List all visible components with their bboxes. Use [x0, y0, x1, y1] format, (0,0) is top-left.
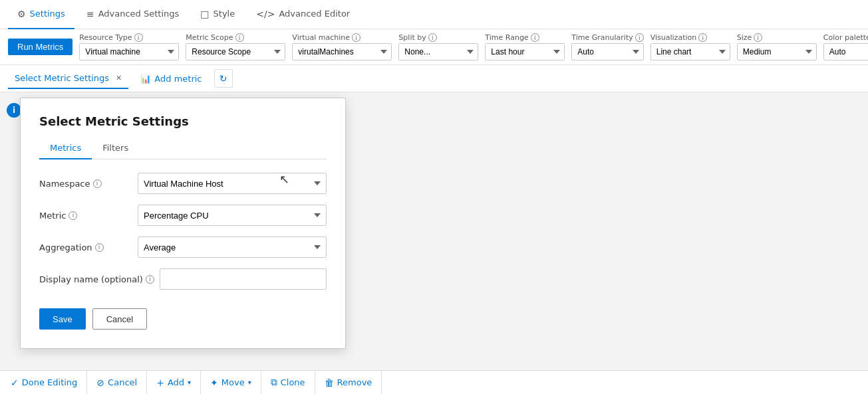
size-group: Size i Medium — [737, 33, 817, 60]
tab-advanced-editor[interactable]: </> Advanced Editor — [247, 0, 359, 29]
visualization-info-icon[interactable]: i — [698, 33, 707, 42]
clone-action[interactable]: ⧉ Clone — [261, 371, 315, 395]
color-palette-label: Color palette i — [823, 33, 868, 42]
resource-type-select[interactable]: Virtual machine — [79, 43, 179, 60]
time-range-info-icon[interactable]: i — [531, 33, 539, 42]
add-metric-button[interactable]: 📊 Add metric — [134, 71, 208, 86]
modal-panel: Select Metric Settings Metrics Filters N… — [20, 98, 346, 349]
split-by-group: Split by i None... — [398, 33, 478, 60]
top-tabs-bar: ⚙ Settings ≡ Advanced Settings □ Style <… — [0, 0, 868, 29]
save-button[interactable]: Save — [39, 308, 86, 330]
time-range-label: Time Range i — [485, 33, 565, 42]
metric-select[interactable]: Percentage CPU — [138, 205, 327, 226]
clone-icon: ⧉ — [271, 377, 277, 388]
namespace-label: Namespace i — [39, 179, 132, 189]
move-action[interactable]: ✦ Move ▾ — [201, 371, 261, 395]
namespace-row: Namespace i Virtual Machine Host — [39, 173, 327, 194]
resource-type-info-icon[interactable]: i — [134, 33, 143, 42]
virtual-machine-label: Virtual machine i — [292, 33, 392, 42]
advanced-settings-icon: ≡ — [86, 9, 94, 19]
time-granularity-info-icon[interactable]: i — [635, 33, 644, 42]
advanced-editor-icon: </> — [256, 9, 275, 19]
cancel-action[interactable]: ⊘ Cancel — [87, 371, 147, 395]
modal-title: Select Metric Settings — [39, 114, 327, 128]
visualization-group: Visualization i Line chart — [651, 33, 730, 60]
size-info-icon[interactable]: i — [754, 33, 762, 42]
add-chevron-icon: ▾ — [188, 379, 191, 386]
time-granularity-label: Time Granularity i — [571, 33, 643, 42]
bottom-bar: ✓ Done Editing ⊘ Cancel + Add ▾ ✦ Move ▾… — [0, 370, 868, 394]
metric-label: Metric i — [39, 211, 132, 221]
refresh-icon: ↻ — [219, 73, 227, 84]
info-bubble[interactable]: i — [7, 103, 21, 118]
aggregation-select[interactable]: Average Minimum Maximum Total Count — [138, 237, 327, 258]
time-range-group: Time Range i Last hour — [485, 33, 565, 60]
color-palette-group: Color palette i Auto — [823, 33, 868, 60]
remove-action[interactable]: 🗑 Remove — [315, 371, 382, 395]
move-chevron-icon: ▾ — [248, 379, 251, 386]
time-granularity-group: Time Granularity i Auto — [571, 33, 643, 60]
run-metrics-button[interactable]: Run Metrics — [8, 39, 72, 55]
action-bar: Select Metric Settings ✕ 📊 Add metric ↻ — [0, 65, 868, 92]
cancel-button[interactable]: Cancel — [92, 308, 147, 330]
namespace-info-icon[interactable]: i — [93, 179, 102, 188]
modal-tabs: Metrics Filters — [39, 139, 327, 159]
modal-tab-filters[interactable]: Filters — [92, 139, 139, 159]
resource-type-label: Resource Type i — [79, 33, 179, 42]
virtual-machine-select[interactable]: virutalMachines — [292, 43, 392, 60]
aggregation-label: Aggregation i — [39, 243, 132, 252]
refresh-button[interactable]: ↻ — [214, 69, 233, 88]
toolbar: Run Metrics Resource Type i Virtual mach… — [0, 29, 868, 65]
split-by-info-icon[interactable]: i — [428, 33, 437, 42]
metric-scope-select[interactable]: Resource Scope — [186, 43, 285, 60]
namespace-select[interactable]: Virtual Machine Host — [138, 173, 327, 194]
metric-scope-group: Metric Scope i Resource Scope — [186, 33, 285, 60]
style-icon: □ — [200, 9, 209, 19]
settings-icon: ⚙ — [17, 9, 26, 19]
add-metric-icon: 📊 — [140, 74, 151, 84]
time-range-select[interactable]: Last hour — [485, 43, 565, 60]
remove-icon: 🗑 — [325, 377, 334, 388]
metric-scope-label: Metric Scope i — [186, 33, 285, 42]
metric-scope-info-icon[interactable]: i — [235, 33, 244, 42]
close-metric-settings-icon[interactable]: ✕ — [116, 74, 122, 82]
visualization-label: Visualization i — [651, 33, 730, 42]
tab-settings[interactable]: ⚙ Settings — [8, 0, 74, 29]
display-name-row: Display name (optional) i — [39, 268, 327, 290]
modal-actions: Save Cancel — [39, 308, 327, 330]
aggregation-row: Aggregation i Average Minimum Maximum To… — [39, 237, 327, 258]
split-by-select[interactable]: None... — [398, 43, 478, 60]
tab-advanced-settings[interactable]: ≡ Advanced Settings — [77, 0, 188, 29]
split-by-label: Split by i — [398, 33, 478, 42]
time-granularity-select[interactable]: Auto — [571, 43, 643, 60]
cancel-icon: ⊘ — [96, 377, 104, 388]
visualization-select[interactable]: Line chart — [651, 43, 730, 60]
move-icon: ✦ — [210, 377, 218, 388]
resource-type-group: Resource Type i Virtual machine — [79, 33, 179, 60]
add-action[interactable]: + Add ▾ — [147, 371, 201, 395]
tab-style[interactable]: □ Style — [191, 0, 244, 29]
size-select[interactable]: Medium — [737, 43, 817, 60]
done-editing-icon: ✓ — [11, 377, 19, 388]
size-label: Size i — [737, 33, 817, 42]
virtual-machine-info-icon[interactable]: i — [352, 33, 361, 42]
display-name-input[interactable] — [160, 268, 327, 290]
main-content: ↖ i Select Metric Settings Metrics Filte… — [0, 92, 868, 391]
select-metric-settings-tab[interactable]: Select Metric Settings ✕ — [8, 68, 128, 89]
done-editing-action[interactable]: ✓ Done Editing — [11, 371, 87, 395]
virtual-machine-group: Virtual machine i virutalMachines — [292, 33, 392, 60]
modal-tab-metrics[interactable]: Metrics — [39, 139, 92, 159]
display-name-info-icon[interactable]: i — [146, 275, 154, 284]
aggregation-info-icon[interactable]: i — [95, 243, 104, 252]
display-name-label: Display name (optional) i — [39, 274, 154, 284]
metric-row: Metric i Percentage CPU — [39, 205, 327, 226]
color-palette-select[interactable]: Auto — [823, 43, 868, 60]
add-icon: + — [156, 377, 164, 388]
metric-info-icon[interactable]: i — [69, 211, 77, 220]
